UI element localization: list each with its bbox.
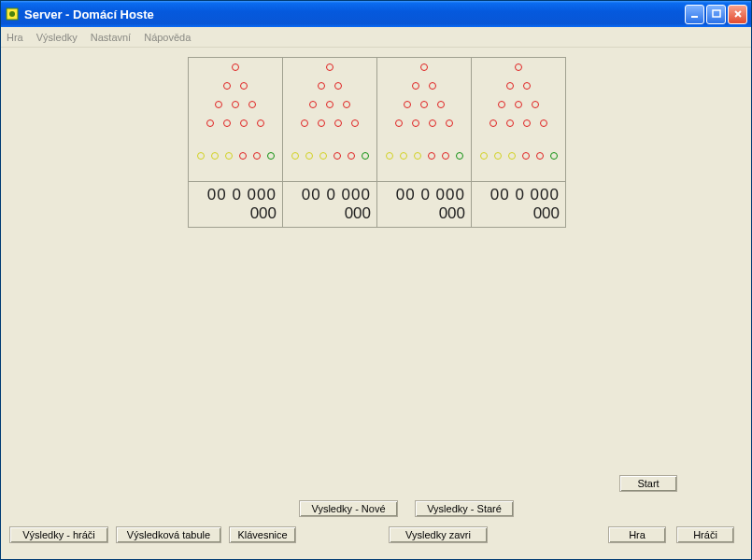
hraci-button[interactable]: Hráči <box>676 526 734 543</box>
score-line1: 00 0 000 <box>490 186 560 204</box>
vysledky-stare-button[interactable]: Vysledky - Staré <box>415 500 514 517</box>
svg-point-1 <box>9 11 15 17</box>
score-area: 00 0 000000 <box>189 182 282 227</box>
lane: 00 0 000000 <box>472 58 565 227</box>
pin-icon <box>351 119 359 127</box>
pin-icon <box>429 82 436 90</box>
score-line2: 000 <box>533 204 560 223</box>
pin-icon <box>223 82 231 90</box>
pin-icon <box>506 82 514 90</box>
lane: 00 0 000000 <box>189 58 283 227</box>
pin-icon <box>248 101 256 108</box>
pin-icon <box>550 152 558 160</box>
pin-icon <box>480 152 488 160</box>
menu-nastavni[interactable]: Nastavní <box>91 32 131 43</box>
pin-icon <box>318 82 325 90</box>
pin-icon <box>305 152 313 160</box>
score-line1: 00 0 000 <box>302 186 371 204</box>
klavesnice-button[interactable]: Klávesnice <box>229 526 296 543</box>
vysledkova-tabule-button[interactable]: Výsledková tabule <box>116 526 221 543</box>
score-line2: 000 <box>345 204 371 223</box>
pin-icon <box>515 63 522 71</box>
pin-icon <box>446 119 453 127</box>
minimize-button[interactable] <box>685 5 704 24</box>
pin-icon <box>267 152 275 160</box>
pin-icon <box>414 152 421 160</box>
pin-icon <box>301 119 308 127</box>
pin-icon <box>232 101 239 108</box>
pin-icon <box>523 82 531 90</box>
pin-icon <box>333 152 341 160</box>
pin-area <box>283 58 376 182</box>
app-window: Server - Domácí Hoste Hra Výsledky Nasta… <box>0 0 752 560</box>
pin-icon <box>232 63 239 71</box>
pin-icon <box>326 101 333 108</box>
pin-icon <box>437 101 445 108</box>
score-area: 00 0 000000 <box>377 182 471 227</box>
pin-icon <box>348 152 355 160</box>
pin-icon <box>215 101 222 108</box>
pin-area <box>189 58 282 182</box>
pin-icon <box>197 152 205 160</box>
score-line2: 000 <box>250 204 277 223</box>
score-line1: 00 0 000 <box>396 186 465 204</box>
pin-icon <box>523 119 531 127</box>
pin-icon <box>400 152 407 160</box>
pin-icon <box>456 152 463 160</box>
pin-icon <box>326 63 333 71</box>
pin-icon <box>239 152 247 160</box>
menu-vysledky[interactable]: Výsledky <box>36 32 78 43</box>
window-controls <box>685 5 747 24</box>
pin-icon <box>240 119 248 127</box>
lane: 00 0 000000 <box>377 58 472 227</box>
client-area: 00 0 00000000 0 00000000 0 00000000 0 00… <box>1 48 751 560</box>
pin-icon <box>334 82 342 90</box>
vysledky-zavri-button[interactable]: Vysledky zavri <box>389 526 488 543</box>
pin-icon <box>506 119 514 127</box>
pin-icon <box>540 119 547 127</box>
score-area: 00 0 000000 <box>472 182 565 227</box>
pin-icon <box>412 82 419 90</box>
pin-icon <box>429 119 436 127</box>
score-line2: 000 <box>439 204 465 223</box>
hra-button[interactable]: Hra <box>608 526 666 543</box>
pin-icon <box>404 101 411 108</box>
pin-icon <box>386 152 393 160</box>
pin-icon <box>240 82 248 90</box>
pin-icon <box>223 119 231 127</box>
pin-icon <box>343 101 350 108</box>
pin-icon <box>420 101 428 108</box>
vysledky-nove-button[interactable]: Vysledky - Nové <box>299 500 398 517</box>
vysledky-hraci-button[interactable]: Výsledky - hráči <box>9 526 108 543</box>
pin-icon <box>206 119 214 127</box>
pin-icon <box>309 101 317 108</box>
menu-napoveda[interactable]: Nápověda <box>144 32 191 43</box>
lanes-container: 00 0 00000000 0 00000000 0 00000000 0 00… <box>188 57 566 228</box>
score-area: 00 0 000000 <box>283 182 376 227</box>
pin-icon <box>253 152 261 160</box>
pin-icon <box>291 152 299 160</box>
svg-rect-2 <box>691 16 698 18</box>
pin-icon <box>532 101 539 108</box>
close-button[interactable] <box>728 5 747 24</box>
pin-icon <box>334 119 342 127</box>
maximize-button[interactable] <box>706 5 726 24</box>
pin-icon <box>318 119 325 127</box>
menu-hra[interactable]: Hra <box>7 32 23 43</box>
pin-icon <box>536 152 544 160</box>
pin-area <box>472 58 565 182</box>
pin-icon <box>522 152 530 160</box>
menubar: Hra Výsledky Nastavní Nápověda <box>1 27 751 48</box>
svg-rect-3 <box>713 10 720 17</box>
pin-area <box>377 58 471 182</box>
window-title: Server - Domácí Hoste <box>24 7 685 21</box>
pin-icon <box>257 119 264 127</box>
pin-icon <box>211 152 219 160</box>
pin-icon <box>319 152 327 160</box>
pin-icon <box>395 119 403 127</box>
app-icon <box>5 7 20 21</box>
score-line1: 00 0 000 <box>207 186 277 204</box>
pin-icon <box>508 152 516 160</box>
start-button[interactable]: Start <box>619 475 677 492</box>
pin-icon <box>490 119 497 127</box>
